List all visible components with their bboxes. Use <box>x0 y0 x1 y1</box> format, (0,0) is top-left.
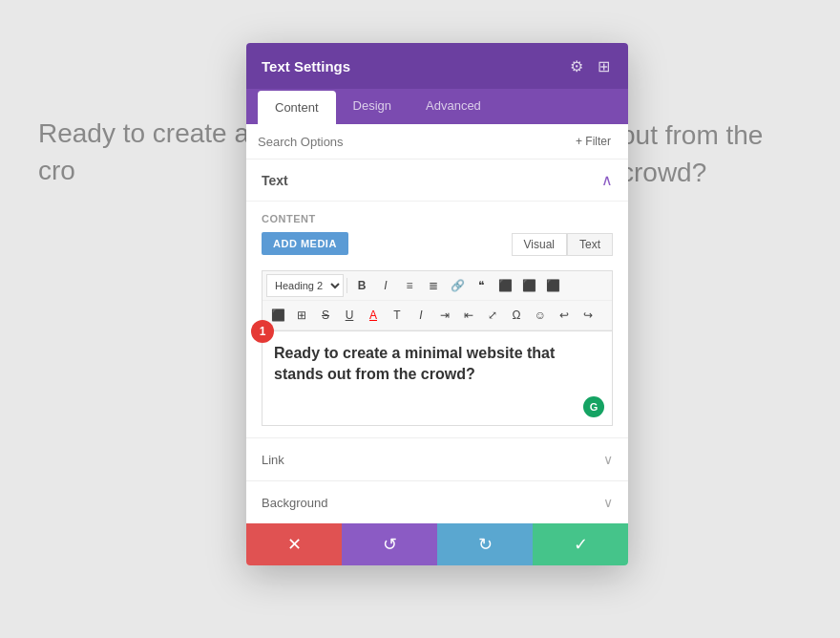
confirm-button[interactable]: ✓ <box>533 523 628 565</box>
align-left-button[interactable]: ⬛ <box>494 274 516 297</box>
modal-titlebar: Text Settings ⚙ ⊞ <box>246 43 628 89</box>
paste-plain-button[interactable]: T <box>386 304 409 327</box>
modal-footer: ✕ ↺ ↻ ✓ <box>246 523 628 565</box>
toolbar-sep-1 <box>346 278 347 293</box>
unordered-list-button[interactable]: ≡ <box>398 274 421 297</box>
font-color-button[interactable]: A <box>362 304 385 327</box>
redo-button[interactable]: ↻ <box>437 523 533 565</box>
italic-button[interactable]: I <box>374 274 397 297</box>
bg-right-text: out from thecrowd? <box>620 117 763 191</box>
content-label: Content <box>262 213 613 224</box>
bold-button[interactable]: B <box>350 274 373 297</box>
filter-label: + Filter <box>576 135 611 148</box>
background-section-header[interactable]: Background ∨ <box>246 481 628 523</box>
undo-button[interactable]: ↺ <box>342 523 437 565</box>
align-center-button[interactable]: ⬛ <box>517 274 540 297</box>
emoji-button[interactable]: ☺ <box>529 304 552 327</box>
indent-button[interactable]: ⇥ <box>433 304 456 327</box>
titlebar-icons: ⚙ ⊞ <box>567 56 613 75</box>
search-bar: + Filter <box>246 124 628 160</box>
blockquote-button[interactable]: ❝ <box>470 274 493 297</box>
tab-content[interactable]: Content <box>258 91 336 124</box>
strikethrough-button[interactable]: S <box>314 304 337 327</box>
section-collapse-icon[interactable]: ∧ <box>601 171 613 189</box>
modal-tabs: Content Design Advanced <box>246 89 628 124</box>
undo-editor-button[interactable]: ↩ <box>553 304 576 327</box>
tab-text[interactable]: Text <box>567 233 613 256</box>
expand-icon[interactable]: ⊞ <box>594 56 613 75</box>
filter-button[interactable]: + Filter <box>570 132 617 151</box>
add-media-button[interactable]: ADD MEDIA <box>262 232 348 255</box>
background-chevron-icon: ∨ <box>603 495 613 510</box>
background-section: Background ∨ <box>246 480 628 523</box>
special-chars-button[interactable]: Ω <box>505 304 528 327</box>
settings-icon[interactable]: ⚙ <box>567 56 586 75</box>
tab-advanced[interactable]: Advanced <box>409 89 498 124</box>
link-button[interactable]: 🔗 <box>446 274 469 297</box>
text-section-title: Text <box>262 173 288 188</box>
heading-select[interactable]: Heading 2 <box>266 274 344 297</box>
italic2-button[interactable]: I <box>410 304 432 327</box>
redo-editor-button[interactable]: ↪ <box>577 304 599 327</box>
text-section-header[interactable]: Text ∧ <box>246 160 628 202</box>
link-section-header[interactable]: Link ∨ <box>246 438 628 480</box>
modal-title: Text Settings <box>262 58 350 74</box>
link-section: Link ∨ <box>246 437 628 480</box>
fullscreen-button[interactable]: ⤢ <box>481 304 504 327</box>
underline-button[interactable]: U <box>338 304 361 327</box>
grammarly-icon: G <box>583 396 604 417</box>
background-section-title: Background <box>262 496 327 510</box>
tab-design[interactable]: Design <box>336 89 409 124</box>
content-area: Content ADD MEDIA Visual Text Heading 2 … <box>246 202 628 437</box>
align-right-button[interactable]: ⬛ <box>541 274 564 297</box>
search-input[interactable] <box>258 135 562 149</box>
link-chevron-icon: ∨ <box>603 452 613 467</box>
cancel-button[interactable]: ✕ <box>246 523 342 565</box>
link-section-title: Link <box>262 453 284 467</box>
editor-content[interactable]: Ready to create a minimal website that s… <box>274 343 600 386</box>
toolbar-row-2: ⬛ ⊞ S U A T I ⇥ ⇤ ⤢ Ω ☺ ↩ ↪ <box>262 301 612 330</box>
toolbar-row-1: Heading 2 B I ≡ ≣ 🔗 ❝ ⬛ ⬛ ⬛ <box>262 271 612 301</box>
editor-tabs: Visual Text <box>512 233 613 256</box>
text-settings-modal: Text Settings ⚙ ⊞ Content Design Advance… <box>246 43 628 565</box>
editor-area[interactable]: 1 Ready to create a minimal website that… <box>262 330 613 426</box>
table-button[interactable]: ⊞ <box>290 304 313 327</box>
editor-toolbar: Heading 2 B I ≡ ≣ 🔗 ❝ ⬛ ⬛ ⬛ ⬛ ⊞ S U A T <box>262 270 613 330</box>
tab-visual[interactable]: Visual <box>512 233 567 256</box>
outdent-button[interactable]: ⇤ <box>457 304 480 327</box>
ordered-list-button[interactable]: ≣ <box>422 274 445 297</box>
step-badge: 1 <box>251 320 274 343</box>
